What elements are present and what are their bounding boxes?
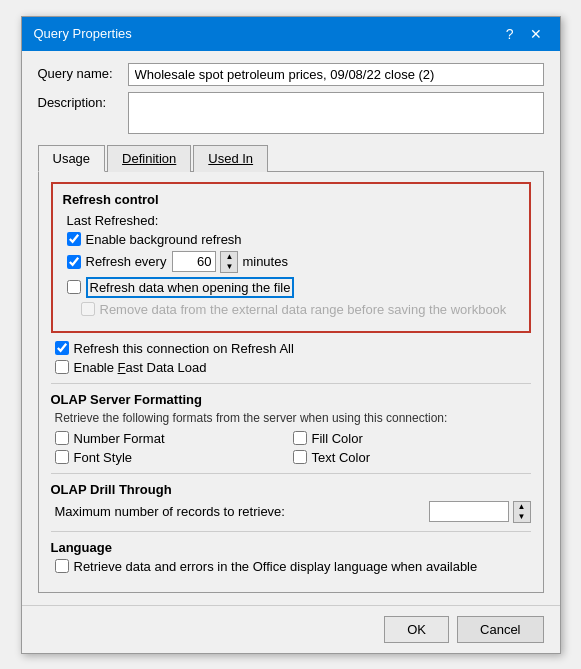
query-name-input[interactable] [128, 63, 544, 86]
refresh-connection-check[interactable]: Refresh this connection on Refresh All [55, 341, 294, 356]
fast-data-load-row: Enable Fast Data Load [51, 360, 531, 375]
number-format-checkbox[interactable] [55, 431, 69, 445]
dialog-footer: OK Cancel [22, 605, 560, 653]
remove-data-checkbox [81, 302, 95, 316]
remove-data-check: Remove data from the external data range… [81, 302, 507, 317]
separator-3 [51, 531, 531, 532]
refresh-every-row: Refresh every ▲ ▼ minutes [63, 251, 519, 273]
refresh-every-input[interactable] [172, 251, 216, 272]
fill-color-checkbox[interactable] [293, 431, 307, 445]
description-row: Description: [38, 92, 544, 134]
language-title: Language [51, 540, 531, 555]
text-color-check[interactable]: Text Color [293, 450, 531, 465]
refresh-every-spinner: ▲ ▼ minutes [172, 251, 288, 273]
font-style-checkbox[interactable] [55, 450, 69, 464]
olap-drill-title: OLAP Drill Through [51, 482, 531, 497]
dialog-body: Query name: Description: Usage Definitio… [22, 51, 560, 605]
spinner-buttons: ▲ ▼ [220, 251, 238, 273]
olap-format-checks: Number Format Fill Color Font Style [51, 431, 531, 465]
max-records-down-btn[interactable]: ▼ [514, 512, 530, 522]
title-bar: Query Properties ? ✕ [22, 17, 560, 51]
spinner-up-btn[interactable]: ▲ [221, 252, 237, 262]
fast-data-load-checkbox[interactable] [55, 360, 69, 374]
tab-used-in[interactable]: Used In [193, 145, 268, 172]
refresh-connection-checkbox[interactable] [55, 341, 69, 355]
fast-data-load-label: Enable Fast Data Load [74, 360, 207, 375]
ok-button[interactable]: OK [384, 616, 449, 643]
close-button[interactable]: ✕ [524, 25, 548, 43]
tab-definition[interactable]: Definition [107, 145, 191, 172]
tab-content: Refresh control Last Refreshed: Enable b… [38, 172, 544, 593]
description-input[interactable] [128, 92, 544, 134]
cancel-button[interactable]: Cancel [457, 616, 543, 643]
query-name-row: Query name: [38, 63, 544, 86]
minutes-label: minutes [242, 254, 288, 269]
title-bar-controls: ? ✕ [500, 25, 548, 43]
number-format-check[interactable]: Number Format [55, 431, 293, 446]
enable-background-check[interactable]: Enable background refresh [67, 232, 242, 247]
max-records-spinner: ▲ ▼ [429, 501, 531, 523]
enable-background-row: Enable background refresh [63, 232, 519, 247]
description-label: Description: [38, 92, 128, 110]
tab-usage[interactable]: Usage [38, 145, 106, 172]
max-records-spin-btns: ▲ ▼ [513, 501, 531, 523]
language-retrieve-checkbox[interactable] [55, 559, 69, 573]
last-refreshed-label: Last Refreshed: [67, 213, 159, 228]
refresh-control-section: Refresh control Last Refreshed: Enable b… [51, 182, 531, 333]
language-retrieve-check[interactable]: Retrieve data and errors in the Office d… [55, 559, 478, 574]
olap-drill-section: OLAP Drill Through Maximum number of rec… [51, 482, 531, 523]
help-button[interactable]: ? [500, 25, 520, 43]
spinner-down-btn[interactable]: ▼ [221, 262, 237, 272]
separator-1 [51, 383, 531, 384]
fill-color-check[interactable]: Fill Color [293, 431, 531, 446]
refresh-every-check[interactable]: Refresh every [67, 254, 167, 269]
language-retrieve-row: Retrieve data and errors in the Office d… [51, 559, 531, 574]
query-name-label: Query name: [38, 63, 128, 81]
max-records-label: Maximum number of records to retrieve: [55, 504, 285, 519]
text-color-checkbox[interactable] [293, 450, 307, 464]
tabs-container: Usage Definition Used In Refresh control… [38, 144, 544, 593]
separator-2 [51, 473, 531, 474]
olap-formatting-section: OLAP Server Formatting Retrieve the foll… [51, 392, 531, 465]
language-section: Language Retrieve data and errors in the… [51, 540, 531, 574]
refresh-on-open-checkbox[interactable] [67, 280, 81, 294]
query-properties-dialog: Query Properties ? ✕ Query name: Descrip… [21, 16, 561, 654]
enable-background-checkbox[interactable] [67, 232, 81, 246]
max-records-row: Maximum number of records to retrieve: ▲… [51, 501, 531, 523]
tabs-bar: Usage Definition Used In [38, 144, 544, 172]
olap-formatting-title: OLAP Server Formatting [51, 392, 531, 407]
refresh-connection-row: Refresh this connection on Refresh All [51, 341, 531, 356]
remove-data-row: Remove data from the external data range… [63, 302, 519, 317]
refresh-control-title: Refresh control [63, 192, 519, 207]
dialog-title: Query Properties [34, 26, 132, 41]
refresh-on-open-check[interactable]: Refresh data when opening the file [67, 277, 295, 298]
max-records-input[interactable] [429, 501, 509, 522]
fast-data-load-check[interactable]: Enable Fast Data Load [55, 360, 207, 375]
olap-formatting-desc: Retrieve the following formats from the … [51, 411, 531, 425]
max-records-up-btn[interactable]: ▲ [514, 502, 530, 512]
font-style-check[interactable]: Font Style [55, 450, 293, 465]
refresh-every-checkbox[interactable] [67, 255, 81, 269]
last-refreshed-row: Last Refreshed: [63, 213, 519, 228]
refresh-on-open-row: Refresh data when opening the file [63, 277, 519, 298]
